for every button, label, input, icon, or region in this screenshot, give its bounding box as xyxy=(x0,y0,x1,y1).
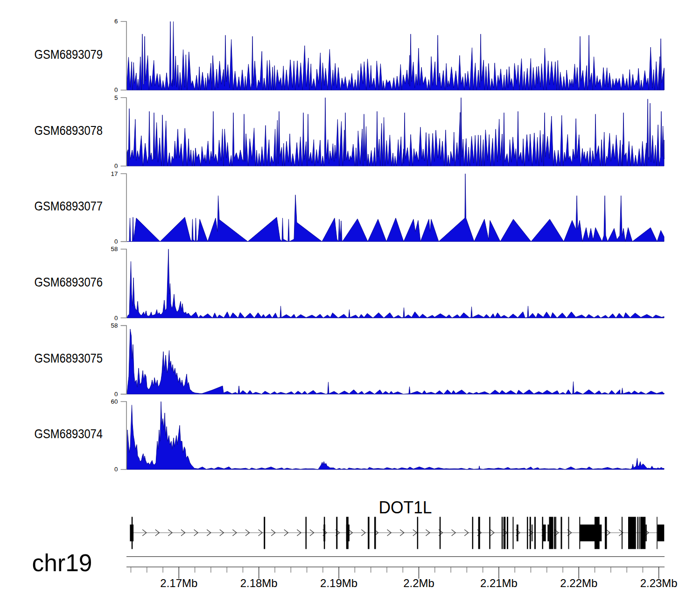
svg-text:2.22Mb: 2.22Mb xyxy=(560,577,597,589)
svg-text:GSM6893074: GSM6893074 xyxy=(35,426,103,441)
svg-text:2.18Mb: 2.18Mb xyxy=(240,577,278,589)
svg-text:2.23Mb: 2.23Mb xyxy=(640,577,678,589)
svg-text:GSM6893076: GSM6893076 xyxy=(35,274,103,289)
svg-text:60: 60 xyxy=(111,398,118,405)
svg-text:2.19Mb: 2.19Mb xyxy=(320,577,357,589)
svg-text:0: 0 xyxy=(114,86,118,93)
svg-text:2.21Mb: 2.21Mb xyxy=(480,577,518,589)
svg-text:GSM6893079: GSM6893079 xyxy=(35,47,103,62)
svg-text:17: 17 xyxy=(111,170,118,177)
svg-text:GSM6893078: GSM6893078 xyxy=(35,123,103,138)
svg-text:58: 58 xyxy=(111,322,118,329)
svg-text:chr19: chr19 xyxy=(32,549,92,576)
svg-text:0: 0 xyxy=(114,315,118,322)
svg-text:5: 5 xyxy=(114,94,118,101)
svg-text:2.2Mb: 2.2Mb xyxy=(403,577,434,589)
svg-text:6: 6 xyxy=(114,18,118,25)
svg-text:GSM6893077: GSM6893077 xyxy=(35,198,103,213)
svg-text:0: 0 xyxy=(114,162,118,169)
svg-text:58: 58 xyxy=(111,245,118,252)
svg-text:DOT1L: DOT1L xyxy=(379,498,432,517)
svg-text:0: 0 xyxy=(114,391,118,398)
svg-text:2.17Mb: 2.17Mb xyxy=(160,577,197,589)
svg-text:0: 0 xyxy=(114,466,118,473)
svg-text:GSM6893075: GSM6893075 xyxy=(35,350,103,365)
svg-text:0: 0 xyxy=(114,238,118,245)
